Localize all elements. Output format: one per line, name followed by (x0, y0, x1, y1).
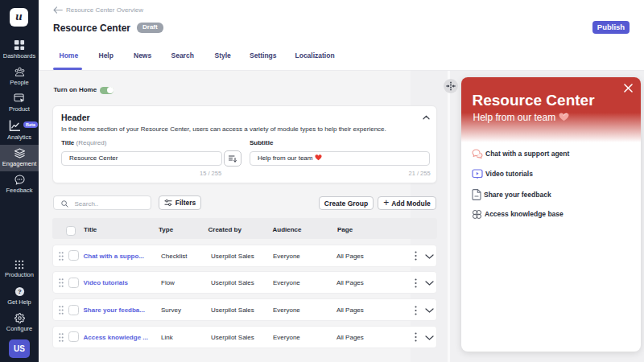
svg-text:?: ? (18, 288, 22, 295)
